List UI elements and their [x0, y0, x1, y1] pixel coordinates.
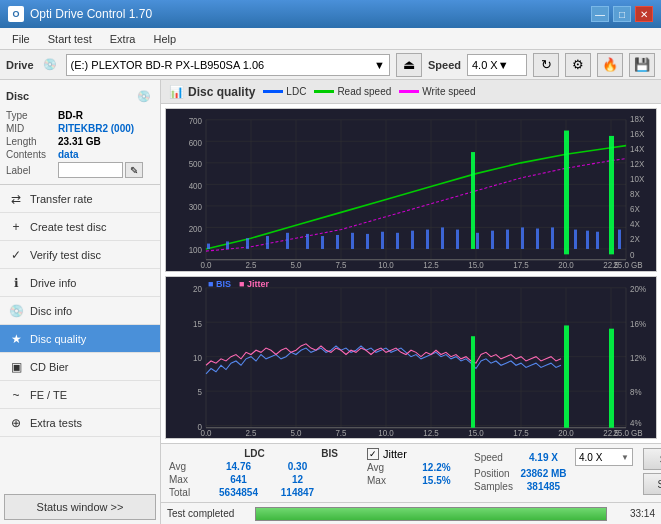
svg-rect-26: [321, 236, 324, 249]
svg-rect-33: [426, 230, 429, 249]
speed-label: Speed: [428, 59, 461, 71]
nav-item-fe-te-label: FE / TE: [30, 389, 67, 401]
start-part-label: Start part: [657, 479, 661, 490]
status-window-button[interactable]: Status window >>: [4, 494, 156, 520]
max-bis: 12: [270, 474, 325, 485]
svg-text:0.0: 0.0: [200, 260, 211, 270]
start-part-button[interactable]: Start part: [643, 473, 661, 495]
svg-rect-34: [441, 227, 444, 249]
drive-label: Drive: [6, 59, 34, 71]
burn-button[interactable]: 🔥: [597, 53, 623, 77]
menu-file[interactable]: File: [4, 31, 38, 47]
bis-jitter-chart: ■ BIS ■ Jitter: [165, 276, 657, 440]
cd-bier-icon: ▣: [8, 359, 24, 375]
svg-text:12.5: 12.5: [423, 428, 439, 438]
nav-item-verify-test-disc-label: Verify test disc: [30, 249, 101, 261]
sidebar-item-create-test-disc[interactable]: + Create test disc: [0, 213, 160, 241]
jitter-legend-label: ■ Jitter: [239, 279, 269, 289]
svg-text:600: 600: [189, 137, 203, 147]
jitter-header: ✓ Jitter: [367, 448, 464, 460]
samples-value: 381485: [516, 481, 571, 492]
svg-text:14X: 14X: [630, 144, 645, 154]
speed-dropdown[interactable]: 4.0 X ▼: [575, 448, 633, 466]
svg-text:5.0: 5.0: [290, 260, 301, 270]
refresh-button[interactable]: ↻: [533, 53, 559, 77]
titlebar-left: O Opti Drive Control 1.70: [8, 6, 152, 22]
close-button[interactable]: ✕: [635, 6, 653, 22]
samples-label: Samples: [474, 481, 512, 492]
bis-header: BIS: [302, 448, 357, 459]
position-label: Position: [474, 468, 512, 479]
jitter-checkbox[interactable]: ✓: [367, 448, 379, 460]
jitter-max-row: Max 15.5%: [367, 475, 464, 486]
total-label: Total: [169, 487, 207, 498]
svg-text:17.5: 17.5: [513, 428, 529, 438]
nav-item-cd-bier-label: CD Bier: [30, 361, 69, 373]
speed-select[interactable]: 4.0 X ▼: [467, 54, 527, 76]
drive-dropdown-arrow: ▼: [374, 59, 385, 71]
menu-extra[interactable]: Extra: [102, 31, 144, 47]
start-full-button[interactable]: Start full: [643, 448, 661, 470]
svg-text:12X: 12X: [630, 159, 645, 169]
disc-type-row: Type BD-R: [6, 110, 154, 121]
svg-text:2.5: 2.5: [245, 260, 256, 270]
svg-rect-29: [366, 234, 369, 249]
disc-label-input[interactable]: [58, 162, 123, 178]
drive-select[interactable]: (E:) PLEXTOR BD-R PX-LB950SA 1.06 ▼: [66, 54, 390, 76]
svg-text:2.5: 2.5: [245, 428, 256, 438]
sidebar-item-disc-quality[interactable]: ★ Disc quality: [0, 325, 160, 353]
max-row: Max 641 12: [169, 474, 357, 485]
sidebar-item-cd-bier[interactable]: ▣ CD Bier: [0, 353, 160, 381]
max-ldc: 641: [211, 474, 266, 485]
sidebar-item-fe-te[interactable]: ~ FE / TE: [0, 381, 160, 409]
speed-dropdown-arrow: ▼: [621, 453, 629, 462]
minimize-button[interactable]: —: [591, 6, 609, 22]
svg-rect-47: [609, 136, 614, 254]
nav-item-disc-info-label: Disc info: [30, 305, 72, 317]
disc-contents-row: Contents data: [6, 149, 154, 160]
nav-item-extra-tests-label: Extra tests: [30, 417, 82, 429]
svg-rect-31: [396, 233, 399, 249]
sidebar-item-extra-tests[interactable]: ⊕ Extra tests: [0, 409, 160, 437]
progress-label: Test completed: [167, 508, 247, 519]
sidebar-item-transfer-rate[interactable]: ⇄ Transfer rate: [0, 185, 160, 213]
disc-length-label: Length: [6, 136, 58, 147]
svg-text:20.0: 20.0: [558, 260, 574, 270]
jitter-section: ✓ Jitter Avg 12.2% Max 15.5%: [367, 448, 464, 486]
legend-write-speed-label: Write speed: [422, 86, 475, 97]
disc-panel: Disc 💿 Type BD-R MID RITEKBR2 (000) Leng…: [0, 80, 160, 185]
svg-rect-38: [491, 231, 494, 249]
legend-read-speed: Read speed: [314, 86, 391, 97]
menu-help[interactable]: Help: [145, 31, 184, 47]
menu-start-test[interactable]: Start test: [40, 31, 100, 47]
maximize-button[interactable]: □: [613, 6, 631, 22]
disc-type-value: BD-R: [58, 110, 83, 121]
settings-button[interactable]: ⚙: [565, 53, 591, 77]
save-button[interactable]: 💾: [629, 53, 655, 77]
stats-area: LDC BIS Avg 14.76 0.30 Max 641 12 Total …: [161, 443, 661, 502]
avg-bis: 0.30: [270, 461, 325, 472]
disc-label-edit-button[interactable]: ✎: [125, 162, 143, 178]
eject-button[interactable]: ⏏: [396, 53, 422, 77]
position-row: Position 23862 MB: [474, 468, 633, 479]
svg-text:15.0: 15.0: [468, 260, 484, 270]
bis-chart-svg: 20 15 10 5 0 20% 16% 12% 8% 4% 0.0 2.5 5…: [166, 277, 656, 439]
svg-text:0.0: 0.0: [200, 428, 211, 438]
bis-legend-label: ■ BIS: [208, 279, 231, 289]
svg-text:7.5: 7.5: [335, 428, 346, 438]
drive-value: (E:) PLEXTOR BD-R PX-LB950SA 1.06: [71, 59, 265, 71]
disc-title: Disc: [6, 90, 29, 102]
svg-text:15.0: 15.0: [468, 428, 484, 438]
svg-text:17.5: 17.5: [513, 260, 529, 270]
sidebar-item-disc-info[interactable]: 💿 Disc info: [0, 297, 160, 325]
sidebar-item-verify-test-disc[interactable]: ✓ Verify test disc: [0, 241, 160, 269]
legend-write-speed: Write speed: [399, 86, 475, 97]
jitter-avg-label: Avg: [367, 462, 405, 473]
svg-rect-44: [574, 230, 577, 249]
extra-tests-icon: ⊕: [8, 415, 24, 431]
disc-mid-label: MID: [6, 123, 58, 134]
sidebar-item-drive-info[interactable]: ℹ Drive info: [0, 269, 160, 297]
svg-text:20%: 20%: [630, 283, 647, 293]
ldc-chart: 700 600 500 400 300 200 100 18X 16X 14X …: [165, 108, 657, 272]
svg-text:4X: 4X: [630, 219, 640, 229]
